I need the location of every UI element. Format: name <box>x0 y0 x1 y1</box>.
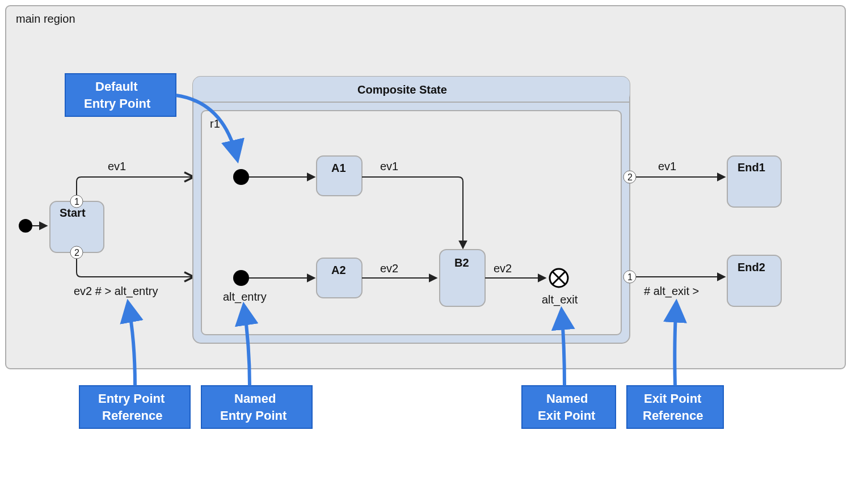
named-entry-node <box>233 270 249 286</box>
svg-text:Exit Point: Exit Point <box>644 391 702 406</box>
badge-composite-1-num: 1 <box>627 272 633 282</box>
badge-composite-2-num: 2 <box>627 172 633 182</box>
state-b2-label: B2 <box>454 256 469 269</box>
composite-title: Composite State <box>357 83 447 96</box>
transition-composite-ev1-label: ev1 <box>658 160 676 172</box>
composite-state: Composite State r1 A1 ev1 alt_entry A2 e… <box>193 77 630 343</box>
badge-start-1-num: 1 <box>74 197 79 206</box>
default-entry-node <box>233 169 249 185</box>
svg-text:Entry Point: Entry Point <box>98 391 165 406</box>
state-start-label: Start <box>60 206 86 219</box>
svg-text:Reference: Reference <box>643 408 703 423</box>
transition-start-altentry-label: ev2 # > alt_entry <box>74 285 158 298</box>
svg-text:Entry Point: Entry Point <box>84 96 151 111</box>
transition-composite-altexit-label: # alt_exit > <box>644 285 699 298</box>
transition-a2-ev2-label: ev2 <box>380 262 398 275</box>
svg-text:Named: Named <box>234 391 276 406</box>
svg-text:Entry Point: Entry Point <box>220 408 287 423</box>
state-end1-label: End1 <box>738 161 765 174</box>
statechart-diagram: main region Start 1 2 ev1 ev2 # > alt_en… <box>0 0 868 489</box>
svg-text:Named: Named <box>546 391 588 406</box>
state-end2-label: End2 <box>738 261 765 273</box>
transition-a1-ev1-label: ev1 <box>380 160 398 172</box>
svg-text:Exit Point: Exit Point <box>538 408 596 423</box>
named-exit-label: alt_exit <box>542 293 578 306</box>
badge-start-2-num: 2 <box>74 248 79 258</box>
transition-b2-ev2-label: ev2 <box>494 262 512 275</box>
state-a2-label: A2 <box>331 264 346 276</box>
svg-text:Reference: Reference <box>102 408 162 423</box>
transition-start-ev1-label: ev1 <box>108 160 126 172</box>
named-entry-label: alt_entry <box>223 290 267 303</box>
svg-text:Default: Default <box>95 79 138 94</box>
named-exit-node <box>550 269 568 287</box>
main-region-title: main region <box>16 12 75 25</box>
state-a1-label: A1 <box>331 162 346 174</box>
initial-node-main <box>19 219 32 233</box>
